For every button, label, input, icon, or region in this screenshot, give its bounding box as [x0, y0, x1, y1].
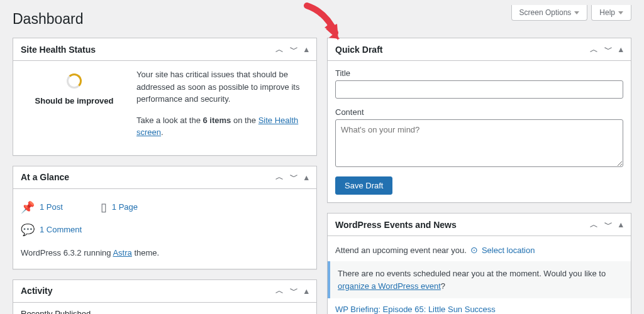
- move-up-icon[interactable]: ︿: [275, 44, 284, 55]
- page-icon: ▯: [101, 200, 107, 214]
- page-title: Dashboard: [13, 5, 84, 30]
- health-cta: Take a look at the 6 items on the Site H…: [136, 114, 309, 139]
- activity-widget: Activity ︿ ﹀ ▴ Recently Published Aug 5t…: [13, 279, 317, 315]
- toggle-icon[interactable]: ▴: [619, 45, 623, 54]
- health-progress-icon: [67, 73, 82, 89]
- theme-link[interactable]: Astra: [113, 248, 131, 257]
- site-health-widget: Site Health Status ︿ ﹀ ▴ Should be impro…: [13, 38, 317, 156]
- health-description: Your site has critical issues that shoul…: [136, 68, 309, 106]
- screen-options-label: Screen Options: [519, 8, 572, 17]
- no-events-notice: There are no events scheduled near you a…: [328, 261, 631, 298]
- toggle-icon[interactable]: ▴: [304, 286, 309, 296]
- screen-options-button[interactable]: Screen Options: [511, 5, 588, 21]
- events-news-widget: WordPress Events and News ︿ ﹀ ▴ Attend a…: [327, 213, 631, 314]
- widget-title: Activity: [21, 286, 53, 296]
- help-label: Help: [599, 8, 615, 17]
- health-status-label: Should be improved: [35, 96, 114, 106]
- quick-draft-widget: Quick Draft ︿ ﹀ ▴ Title Content Save Dra…: [327, 38, 631, 203]
- move-down-icon[interactable]: ﹀: [604, 44, 613, 55]
- move-down-icon[interactable]: ﹀: [604, 219, 613, 230]
- move-up-icon[interactable]: ︿: [275, 171, 284, 183]
- move-up-icon[interactable]: ︿: [590, 44, 598, 55]
- at-a-glance-widget: At a Glance ︿ ﹀ ▴ 📌 1 Post ▯: [13, 166, 317, 269]
- widget-title: Site Health Status: [21, 45, 96, 55]
- pin-icon: 📌: [21, 200, 35, 214]
- glance-posts-link[interactable]: 📌 1 Post: [21, 200, 63, 214]
- move-up-icon[interactable]: ︿: [590, 219, 598, 230]
- glance-pages-link[interactable]: ▯ 1 Page: [101, 200, 138, 214]
- location-pin-icon: ⊙: [470, 245, 478, 255]
- attend-text: Attend an upcoming event near you.: [335, 246, 467, 255]
- news-link[interactable]: WP Briefing: Episode 65: Little Sun Succ…: [335, 305, 496, 314]
- toggle-icon[interactable]: ▴: [304, 173, 309, 182]
- wp-version-text: WordPress 6.3.2 running Astra theme.: [21, 244, 309, 261]
- widget-title: Quick Draft: [335, 45, 382, 55]
- chevron-down-icon: [574, 11, 579, 14]
- draft-content-textarea[interactable]: [335, 119, 623, 167]
- glance-comments-link[interactable]: 💬 1 Comment: [21, 220, 309, 244]
- toggle-icon[interactable]: ▴: [304, 45, 309, 54]
- organize-event-link[interactable]: organize a WordPress event: [338, 281, 441, 291]
- draft-title-input[interactable]: [335, 80, 623, 99]
- move-down-icon[interactable]: ﹀: [290, 171, 298, 183]
- content-label: Content: [335, 107, 623, 117]
- chevron-down-icon: [618, 11, 623, 14]
- widget-title: WordPress Events and News: [335, 220, 457, 230]
- recently-published-heading: Recently Published: [13, 303, 316, 315]
- move-down-icon[interactable]: ﹀: [290, 285, 298, 296]
- move-up-icon[interactable]: ︿: [275, 285, 284, 296]
- comment-icon: 💬: [21, 223, 35, 237]
- widget-title: At a Glance: [21, 172, 69, 182]
- help-button[interactable]: Help: [591, 5, 631, 21]
- select-location-link[interactable]: Select location: [482, 246, 535, 255]
- title-label: Title: [335, 68, 623, 78]
- move-down-icon[interactable]: ﹀: [290, 44, 298, 55]
- save-draft-button[interactable]: Save Draft: [335, 176, 392, 195]
- toggle-icon[interactable]: ▴: [619, 220, 623, 229]
